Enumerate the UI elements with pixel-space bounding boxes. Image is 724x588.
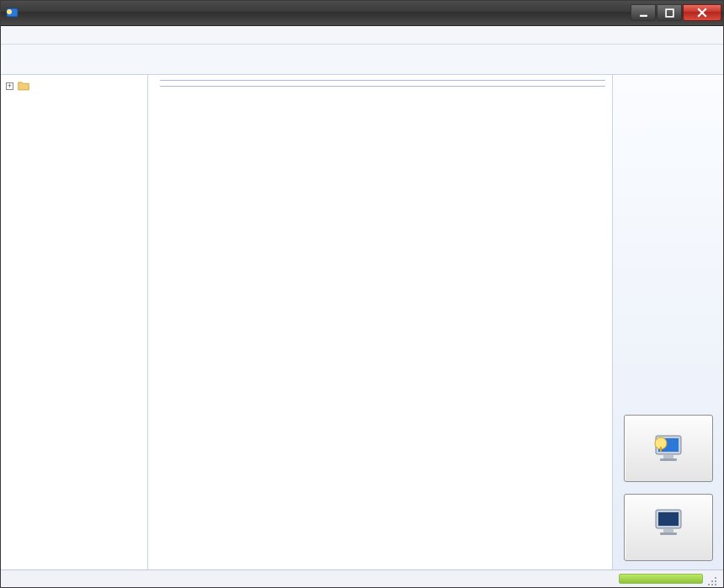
group-offline-header [150,82,610,88]
svg-rect-43 [715,584,716,585]
app-icon [6,7,19,20]
expand-icon[interactable]: + [6,82,13,90]
minimize-button[interactable] [631,4,656,21]
maximize-button[interactable] [657,4,682,21]
toolbar [1,45,723,75]
statusbar [1,570,723,587]
svg-rect-48 [715,577,716,579]
monitor-off-icon [651,506,686,536]
side-panel [612,75,723,569]
resize-grip-icon[interactable] [706,575,718,587]
svg-rect-47 [711,580,713,582]
svg-rect-45 [715,580,716,582]
svg-rect-46 [708,584,710,585]
start-all-button[interactable] [624,415,713,482]
sidebar: + [1,75,148,569]
svg-rect-42 [666,9,673,17]
svg-rect-44 [711,584,713,585]
close-button[interactable] [683,4,721,21]
group-online-header [150,77,610,82]
host-list[interactable] [148,75,612,569]
tree-root[interactable]: + [6,78,142,93]
folder-icon [17,80,30,92]
progress-bar [619,574,703,584]
monitor-on-icon [651,432,686,462]
divider [160,86,605,87]
divider [160,80,605,81]
titlebar [1,1,723,26]
app-window: + [0,0,724,588]
emergency-shutdown-button[interactable] [624,494,713,561]
menubar [1,26,723,45]
